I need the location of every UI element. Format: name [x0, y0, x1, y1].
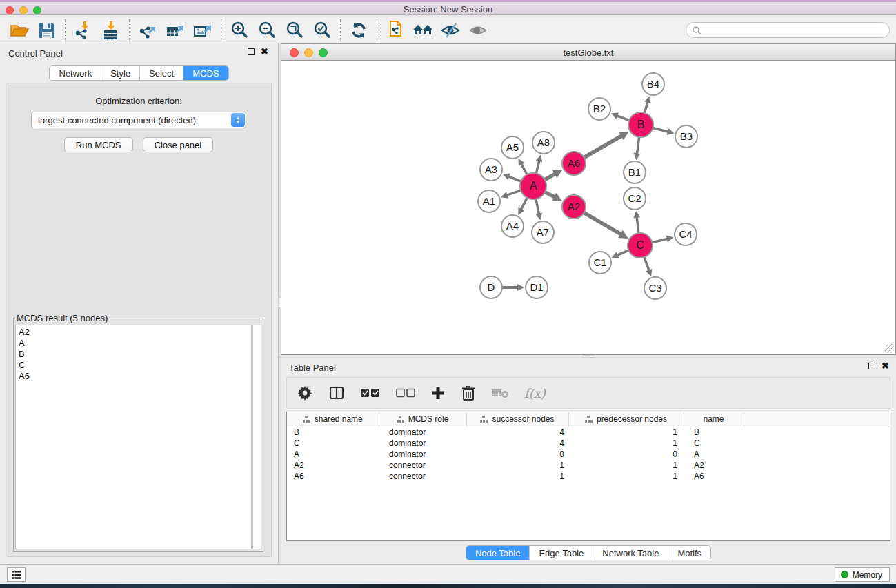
edge-A6-B[interactable]	[584, 135, 622, 157]
edge-A-A1[interactable]	[506, 190, 521, 195]
node-table[interactable]: shared nameMCDS rolesuccessor nodesprede…	[286, 412, 890, 541]
export-table-button[interactable]	[161, 19, 189, 42]
edge-A-A2[interactable]	[545, 192, 555, 198]
cell[interactable]: A	[287, 449, 379, 460]
cell[interactable]: 1	[568, 427, 684, 438]
cell[interactable]: 4	[466, 438, 568, 449]
delete-column-button[interactable]	[461, 383, 476, 403]
column-header-name[interactable]: name	[684, 412, 744, 427]
network-window-titlebar[interactable]: testGlobe.txt	[281, 43, 896, 61]
unselect-all-columns-button[interactable]	[396, 383, 415, 403]
network-canvas[interactable]: AA1A2A3A4A5A6A7A8BB1B2B3B4CC1C2C3C4DD1	[281, 61, 896, 355]
run-mcds-button[interactable]: Run MCDS	[64, 137, 133, 152]
column-header-shared-name[interactable]: shared name	[287, 412, 379, 427]
cell[interactable]: 1	[568, 438, 684, 449]
cell[interactable]: B	[684, 427, 744, 438]
table-row[interactable]: Adominator80A	[287, 449, 890, 460]
delete-table-button[interactable]	[491, 383, 509, 403]
edge-A-A8[interactable]	[536, 160, 539, 173]
tab-edge-table[interactable]: Edge Table	[530, 546, 593, 560]
cell[interactable]: connector	[379, 460, 466, 471]
split-view-button[interactable]	[328, 383, 345, 403]
close-table-panel-icon[interactable]: ✖	[882, 363, 889, 369]
cell[interactable]: A6	[287, 471, 379, 482]
tab-mcds[interactable]: MCDS	[183, 66, 228, 80]
close-panel-icon[interactable]: ✖	[261, 48, 268, 55]
edge-C-C4[interactable]	[652, 239, 668, 243]
clone-network-view-button[interactable]	[381, 19, 409, 42]
zoom-out-button[interactable]	[253, 19, 281, 42]
tab-node-table[interactable]: Node Table	[466, 546, 530, 560]
refresh-button[interactable]	[345, 19, 372, 42]
add-column-button[interactable]	[430, 383, 446, 403]
float-table-panel-icon[interactable]	[868, 363, 875, 369]
cell[interactable]: 8	[466, 449, 568, 460]
cell[interactable]: connector	[379, 471, 466, 482]
edge-A-A5[interactable]	[521, 163, 527, 174]
close-panel-button[interactable]: Close panel	[143, 137, 214, 152]
edge-A-A3[interactable]	[508, 176, 521, 182]
cell[interactable]: 1	[466, 471, 568, 482]
cell[interactable]: A6	[684, 471, 744, 482]
cell[interactable]: A2	[684, 460, 744, 471]
memory-button[interactable]: Memory	[835, 567, 890, 582]
show-birds-eye-button[interactable]	[464, 19, 492, 42]
edge-B-B1[interactable]	[637, 137, 639, 154]
tab-select[interactable]: Select	[140, 66, 183, 80]
show-panels-button[interactable]	[7, 567, 26, 582]
cell[interactable]: A	[684, 449, 744, 460]
cell[interactable]: C	[287, 438, 379, 449]
zoom-selected-button[interactable]	[308, 19, 336, 42]
cell[interactable]: dominator	[379, 449, 466, 460]
cell[interactable]: dominator	[379, 427, 466, 438]
edge-C-C1[interactable]	[617, 250, 629, 256]
result-scrollbar[interactable]	[252, 325, 261, 549]
cell[interactable]: 1	[568, 471, 684, 482]
zoom-in-button[interactable]	[226, 19, 253, 42]
column-header-MCDS-role[interactable]: MCDS role	[379, 412, 466, 427]
open-session-button[interactable]	[6, 19, 33, 42]
edge-C-C2[interactable]	[637, 216, 639, 233]
select-all-columns-button[interactable]	[360, 383, 381, 403]
cell[interactable]: 4	[466, 427, 568, 438]
table-settings-button[interactable]	[297, 383, 313, 403]
edge-B-B3[interactable]	[653, 128, 668, 132]
edge-A-A6[interactable]	[545, 174, 556, 180]
edge-B-B2[interactable]	[616, 115, 629, 120]
column-header-predecessor-nodes[interactable]: predecessor nodes	[568, 412, 684, 427]
cell[interactable]: B	[287, 427, 379, 438]
hide-graphics-details-button[interactable]	[437, 19, 464, 42]
cell[interactable]: A2	[287, 460, 379, 471]
cell[interactable]: C	[684, 438, 744, 449]
criterion-dropdown[interactable]: largest connected component (directed) ▲…	[31, 112, 246, 128]
table-row[interactable]: Cdominator41C	[287, 438, 890, 449]
edge-A2-C[interactable]	[584, 213, 622, 235]
tab-motifs[interactable]: Motifs	[668, 546, 710, 560]
cell[interactable]: dominator	[379, 438, 466, 449]
column-header-successor-nodes[interactable]: successor nodes	[466, 412, 568, 427]
tab-network-table[interactable]: Network Table	[593, 546, 668, 560]
cell[interactable]: 0	[568, 449, 684, 460]
float-panel-icon[interactable]	[248, 48, 255, 55]
import-table-button[interactable]	[97, 19, 125, 42]
tab-style[interactable]: Style	[101, 66, 140, 80]
import-network-button[interactable]	[70, 19, 97, 42]
export-image-button[interactable]	[189, 19, 217, 42]
edge-C-C3[interactable]	[644, 257, 649, 272]
cell[interactable]: 1	[466, 460, 568, 471]
mcds-result-item[interactable]: B	[19, 349, 251, 360]
tab-network[interactable]: Network	[50, 66, 101, 80]
edge-A-A7[interactable]	[536, 199, 539, 215]
edge-B-B4[interactable]	[644, 101, 648, 113]
search-field[interactable]	[686, 22, 890, 38]
edge-A-A4[interactable]	[521, 198, 527, 210]
mcds-result-item[interactable]: C	[19, 360, 251, 371]
export-network-button[interactable]	[134, 19, 161, 42]
apply-layout-button[interactable]	[409, 19, 437, 42]
cell[interactable]: 1	[568, 460, 684, 471]
mcds-result-item[interactable]: A2	[19, 327, 251, 338]
zoom-fit-button[interactable]	[281, 19, 308, 42]
mcds-result-list[interactable]: A2ABCA6	[15, 325, 252, 549]
save-session-button[interactable]	[33, 19, 61, 42]
table-row[interactable]: A2connector11A2	[287, 460, 890, 471]
